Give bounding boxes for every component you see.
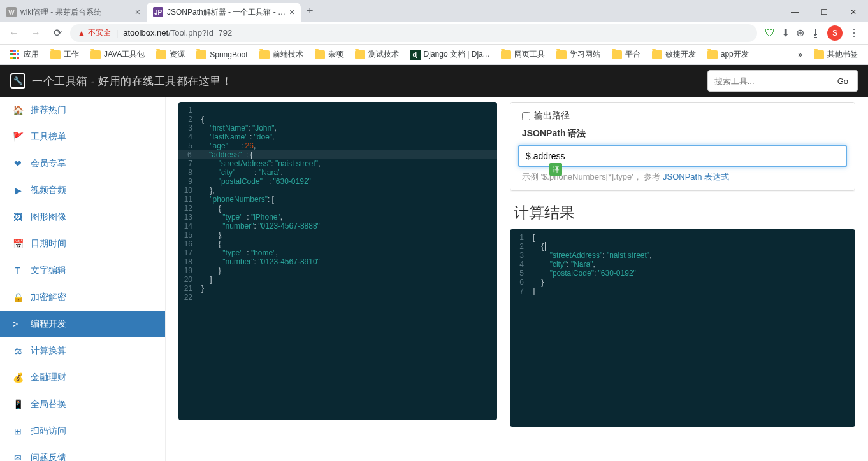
folder-icon bbox=[501, 50, 511, 59]
bookmark-folder[interactable]: 学习网站 bbox=[551, 46, 605, 62]
jsonpath-input[interactable] bbox=[518, 145, 847, 167]
close-icon[interactable]: × bbox=[289, 7, 294, 17]
tab-title: JSONPath解析器 - 一个工具箱 - … bbox=[167, 7, 286, 18]
translate-icon[interactable]: ⊕ bbox=[796, 27, 804, 39]
sidebar-item-label: 扫码访问 bbox=[31, 425, 66, 437]
bookmark-folder[interactable]: app开发 bbox=[702, 46, 754, 62]
apps-label: 应用 bbox=[24, 49, 39, 60]
site-title: 一个工具箱 - 好用的在线工具都在这里！ bbox=[32, 74, 232, 89]
jsonpath-doc-link[interactable]: JSONPath 表达式 bbox=[663, 172, 729, 181]
sidebar-item[interactable]: 🔒加密解密 bbox=[0, 284, 165, 311]
sidebar-icon: 💰 bbox=[13, 372, 23, 383]
main: 🏠推荐热门🚩工具榜单❤会员专享▶视频音频🖼图形图像📅日期时间T文字编辑🔒加密解密… bbox=[0, 97, 868, 461]
jsonpath-hint: 示例 '$.phoneNumbers[*].type'， 参考 JSONPath… bbox=[518, 171, 847, 183]
apps-button[interactable]: 应用 bbox=[5, 46, 44, 62]
bookmark-folder[interactable]: SpringBoot bbox=[191, 48, 252, 62]
maximize-button[interactable]: ☐ bbox=[809, 3, 839, 22]
sidebar-item[interactable]: >_编程开发 bbox=[0, 311, 165, 337]
sidebar-item[interactable]: ⊞扫码访问 bbox=[0, 418, 165, 444]
sidebar-icon: ✉ bbox=[13, 453, 23, 461]
sidebar-item[interactable]: 🖼图形图像 bbox=[0, 204, 165, 230]
bookmark-folder[interactable]: 杂项 bbox=[310, 46, 349, 62]
result-editor[interactable]: 1[2 {3 "streetAddress": "naist street",4… bbox=[510, 229, 855, 427]
output-path-checkbox[interactable] bbox=[522, 112, 530, 120]
window-controls: — ☐ ✕ bbox=[780, 3, 868, 22]
bookmark-folder[interactable]: 前端技术 bbox=[254, 46, 308, 62]
sidebar-item[interactable]: 📱全局替换 bbox=[0, 391, 165, 418]
search-input[interactable] bbox=[707, 70, 828, 92]
browser-tab-1[interactable]: JP JSONPath解析器 - 一个工具箱 - … × bbox=[147, 3, 301, 22]
forward-icon[interactable]: → bbox=[27, 24, 45, 42]
sidebar-icon: 🔒 bbox=[13, 292, 23, 302]
bookmark-folder[interactable]: 平台 bbox=[607, 46, 646, 62]
bookmark-folder[interactable]: JAVA工具包 bbox=[85, 46, 150, 62]
sidebar-item-label: 视频音频 bbox=[31, 185, 66, 196]
sidebar-item[interactable]: ❤会员专享 bbox=[0, 150, 165, 177]
sidebar-item-label: 编程开发 bbox=[31, 318, 66, 330]
tab-title: wiki管理 - 果芽后台系统 bbox=[20, 7, 101, 18]
reload-icon[interactable]: ⟳ bbox=[48, 24, 66, 42]
left-panel: 12{3 "firstName": "John",4 "lastName" : … bbox=[178, 97, 497, 461]
apps-icon bbox=[10, 50, 20, 60]
folder-icon bbox=[814, 50, 824, 59]
download-icon[interactable]: ⭳ bbox=[811, 27, 821, 39]
sidebar-icon: ▶ bbox=[13, 185, 23, 195]
sidebar-item[interactable]: ▶视频音频 bbox=[0, 177, 165, 204]
folder-icon bbox=[196, 50, 206, 59]
sidebar-icon: 📅 bbox=[13, 239, 23, 249]
sidebar-item[interactable]: T文字编辑 bbox=[0, 257, 165, 284]
browser-tab-0[interactable]: W wiki管理 - 果芽后台系统 × bbox=[0, 3, 147, 22]
url-field[interactable]: ▲ 不安全 | atoolbox.net/Tool.php?Id=792 bbox=[70, 24, 757, 42]
sidebar-item-label: 日期时间 bbox=[31, 238, 66, 250]
sidebar-item[interactable]: 💰金融理财 bbox=[0, 364, 165, 391]
folder-icon bbox=[50, 50, 61, 59]
sidebar-item[interactable]: 🏠推荐热门 bbox=[0, 97, 165, 124]
options-box: 输出路径 JSONPath 语法 示例 '$.phoneNumbers[*].t… bbox=[510, 102, 855, 191]
django-icon: dj bbox=[410, 50, 421, 60]
site-header: 🔧 一个工具箱 - 好用的在线工具都在这里！ Go bbox=[0, 65, 868, 97]
bookmark-folder[interactable]: 资源 bbox=[151, 46, 190, 62]
sidebar: 🏠推荐热门🚩工具榜单❤会员专享▶视频音频🖼图形图像📅日期时间T文字编辑🔒加密解密… bbox=[0, 97, 166, 461]
sidebar-item[interactable]: ⚖计算换算 bbox=[0, 337, 165, 364]
sidebar-icon: T bbox=[13, 266, 23, 276]
json-editor[interactable]: 12{3 "firstName": "John",4 "lastName" : … bbox=[178, 102, 497, 420]
right-panel: 输出路径 JSONPath 语法 示例 '$.phoneNumbers[*].t… bbox=[510, 97, 855, 461]
sidebar-item[interactable]: 🚩工具榜单 bbox=[0, 124, 165, 150]
avatar[interactable]: S bbox=[827, 25, 843, 41]
sidebar-item[interactable]: 📅日期时间 bbox=[0, 230, 165, 257]
tab-row: W wiki管理 - 果芽后台系统 × JP JSONPath解析器 - 一个工… bbox=[0, 0, 319, 22]
other-bookmarks[interactable]: 其他书签 bbox=[809, 46, 863, 62]
bookmarks-bar: 应用 工作 JAVA工具包 资源 SpringBoot 前端技术 杂项 测试技术… bbox=[0, 45, 868, 65]
output-path-label: 输出路径 bbox=[534, 110, 570, 122]
jsonpath-label: JSONPath 语法 bbox=[518, 128, 847, 139]
new-tab-button[interactable]: + bbox=[301, 2, 319, 20]
browser-titlebar: W wiki管理 - 果芽后台系统 × JP JSONPath解析器 - 一个工… bbox=[0, 0, 868, 22]
bookmark-folder[interactable]: 敏捷开发 bbox=[647, 46, 701, 62]
extension-icon[interactable]: ⬇ bbox=[781, 27, 790, 39]
sidebar-icon: 🏠 bbox=[13, 105, 23, 115]
folder-icon bbox=[259, 50, 270, 59]
folder-icon bbox=[612, 50, 622, 59]
sidebar-icon: 🖼 bbox=[13, 212, 23, 222]
close-icon[interactable]: × bbox=[135, 7, 140, 17]
bookmark-overflow[interactable]: » bbox=[793, 48, 807, 62]
translate-badge-icon[interactable]: 译 bbox=[549, 163, 562, 176]
sidebar-item-label: 工具榜单 bbox=[31, 131, 66, 143]
favicon: JP bbox=[153, 7, 163, 17]
bookmark-folder[interactable]: 网页工具 bbox=[496, 46, 550, 62]
bookmark-django[interactable]: djDjango 文档 | Dja... bbox=[405, 46, 495, 62]
sidebar-item-label: 图形图像 bbox=[31, 211, 66, 223]
shield-icon[interactable]: 🛡 bbox=[765, 27, 775, 39]
menu-icon[interactable]: ⋮ bbox=[849, 27, 859, 39]
bookmark-folder[interactable]: 测试技术 bbox=[350, 46, 404, 62]
folder-icon bbox=[90, 50, 101, 59]
go-button[interactable]: Go bbox=[828, 70, 858, 92]
folder-icon bbox=[355, 50, 365, 59]
back-icon[interactable]: ← bbox=[5, 24, 23, 42]
minimize-button[interactable]: — bbox=[780, 3, 809, 22]
close-button[interactable]: ✕ bbox=[839, 3, 868, 22]
site-search: Go bbox=[707, 70, 858, 92]
sidebar-item[interactable]: ✉问题反馈 bbox=[0, 444, 165, 461]
site-logo-icon: 🔧 bbox=[10, 73, 25, 89]
bookmark-folder[interactable]: 工作 bbox=[45, 46, 84, 62]
